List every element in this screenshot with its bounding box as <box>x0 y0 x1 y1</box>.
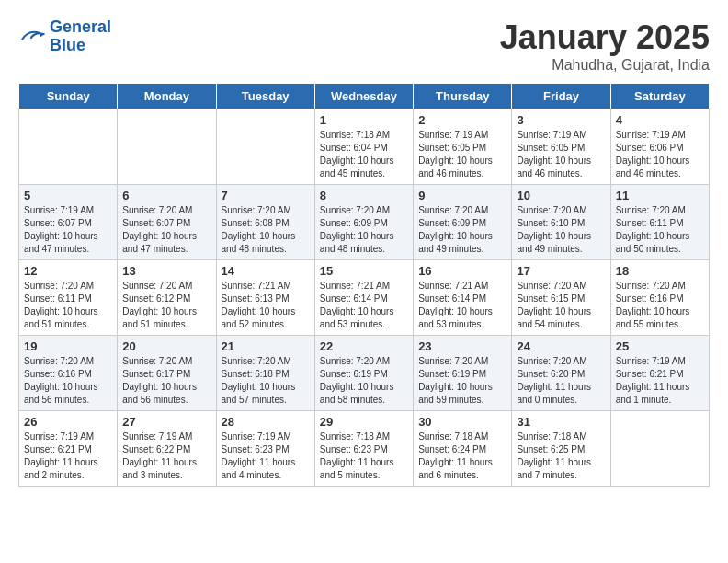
day-info: Sunrise: 7:21 AM Sunset: 6:14 PM Dayligh… <box>320 280 408 331</box>
day-number: 14 <box>222 264 310 278</box>
day-number: 6 <box>122 189 210 202</box>
day-info: Sunrise: 7:19 AM Sunset: 6:05 PM Dayligh… <box>418 129 506 180</box>
logo-text: General Blue <box>50 18 111 55</box>
day-number: 16 <box>418 264 506 278</box>
day-info: Sunrise: 7:20 AM Sunset: 6:20 PM Dayligh… <box>517 355 605 407</box>
col-monday: Monday <box>118 84 216 109</box>
day-number: 3 <box>517 113 605 127</box>
day-cell: 27Sunrise: 7:19 AM Sunset: 6:22 PM Dayli… <box>118 411 216 487</box>
day-info: Sunrise: 7:20 AM Sunset: 6:15 PM Dayligh… <box>517 280 605 331</box>
day-info: Sunrise: 7:19 AM Sunset: 6:22 PM Dayligh… <box>122 431 210 482</box>
day-info: Sunrise: 7:19 AM Sunset: 6:05 PM Dayligh… <box>517 129 605 180</box>
day-info: Sunrise: 7:19 AM Sunset: 6:23 PM Dayligh… <box>222 431 310 482</box>
day-info: Sunrise: 7:20 AM Sunset: 6:17 PM Dayligh… <box>122 355 210 407</box>
day-number: 26 <box>24 415 112 429</box>
day-info: Sunrise: 7:19 AM Sunset: 6:07 PM Dayligh… <box>24 204 112 256</box>
day-cell: 20Sunrise: 7:20 AM Sunset: 6:17 PM Dayli… <box>118 336 216 411</box>
day-number: 31 <box>517 415 605 429</box>
day-number: 13 <box>122 264 210 278</box>
day-cell <box>610 411 709 487</box>
day-cell: 31Sunrise: 7:18 AM Sunset: 6:25 PM Dayli… <box>512 411 610 487</box>
day-number: 7 <box>222 189 310 202</box>
day-info: Sunrise: 7:21 AM Sunset: 6:13 PM Dayligh… <box>222 280 310 331</box>
day-number: 19 <box>24 339 112 353</box>
day-info: Sunrise: 7:19 AM Sunset: 6:06 PM Dayligh… <box>616 129 704 180</box>
day-number: 1 <box>320 113 408 127</box>
day-info: Sunrise: 7:20 AM Sunset: 6:18 PM Dayligh… <box>222 355 310 407</box>
day-cell: 1Sunrise: 7:18 AM Sunset: 6:04 PM Daylig… <box>314 109 413 185</box>
day-number: 21 <box>222 339 310 353</box>
day-info: Sunrise: 7:20 AM Sunset: 6:09 PM Dayligh… <box>418 204 506 256</box>
day-info: Sunrise: 7:18 AM Sunset: 6:24 PM Dayligh… <box>418 431 506 482</box>
day-cell: 28Sunrise: 7:19 AM Sunset: 6:23 PM Dayli… <box>216 411 314 487</box>
day-number: 15 <box>320 264 408 278</box>
day-info: Sunrise: 7:20 AM Sunset: 6:19 PM Dayligh… <box>320 355 408 407</box>
day-number: 27 <box>122 415 210 429</box>
day-info: Sunrise: 7:20 AM Sunset: 6:12 PM Dayligh… <box>122 280 210 331</box>
day-cell: 5Sunrise: 7:19 AM Sunset: 6:07 PM Daylig… <box>19 185 118 260</box>
col-wednesday: Wednesday <box>314 84 413 109</box>
day-cell: 18Sunrise: 7:20 AM Sunset: 6:16 PM Dayli… <box>610 260 709 336</box>
week-row-5: 26Sunrise: 7:19 AM Sunset: 6:21 PM Dayli… <box>19 411 710 487</box>
day-number: 20 <box>122 339 210 353</box>
col-friday: Friday <box>512 84 610 109</box>
col-thursday: Thursday <box>414 84 512 109</box>
calendar-subtitle: Mahudha, Gujarat, India <box>500 57 710 74</box>
day-cell: 7Sunrise: 7:20 AM Sunset: 6:08 PM Daylig… <box>216 185 314 260</box>
day-number: 17 <box>517 264 605 278</box>
day-number: 29 <box>320 415 408 429</box>
day-number: 2 <box>418 113 506 127</box>
day-info: Sunrise: 7:20 AM Sunset: 6:10 PM Dayligh… <box>517 204 605 256</box>
calendar-title: January 2025 <box>500 18 710 57</box>
day-info: Sunrise: 7:20 AM Sunset: 6:16 PM Dayligh… <box>616 280 704 331</box>
day-number: 9 <box>418 189 506 202</box>
header-row: Sunday Monday Tuesday Wednesday Thursday… <box>19 84 710 109</box>
day-cell: 6Sunrise: 7:20 AM Sunset: 6:07 PM Daylig… <box>118 185 216 260</box>
week-row-2: 5Sunrise: 7:19 AM Sunset: 6:07 PM Daylig… <box>19 185 710 260</box>
day-cell: 8Sunrise: 7:20 AM Sunset: 6:09 PM Daylig… <box>314 185 413 260</box>
day-info: Sunrise: 7:20 AM Sunset: 6:08 PM Dayligh… <box>222 204 310 256</box>
page-header: General Blue January 2025 Mahudha, Gujar… <box>18 18 710 74</box>
day-number: 5 <box>24 189 112 202</box>
calendar-table: Sunday Monday Tuesday Wednesday Thursday… <box>18 83 710 487</box>
day-info: Sunrise: 7:19 AM Sunset: 6:21 PM Dayligh… <box>616 355 704 407</box>
week-row-4: 19Sunrise: 7:20 AM Sunset: 6:16 PM Dayli… <box>19 336 710 411</box>
day-info: Sunrise: 7:21 AM Sunset: 6:14 PM Dayligh… <box>418 280 506 331</box>
day-info: Sunrise: 7:20 AM Sunset: 6:09 PM Dayligh… <box>320 204 408 256</box>
logo-icon <box>18 25 46 48</box>
day-info: Sunrise: 7:20 AM Sunset: 6:11 PM Dayligh… <box>24 280 112 331</box>
day-cell: 13Sunrise: 7:20 AM Sunset: 6:12 PM Dayli… <box>118 260 216 336</box>
week-row-1: 1Sunrise: 7:18 AM Sunset: 6:04 PM Daylig… <box>19 109 710 185</box>
day-info: Sunrise: 7:18 AM Sunset: 6:04 PM Dayligh… <box>320 129 408 180</box>
day-cell <box>216 109 314 185</box>
day-info: Sunrise: 7:20 AM Sunset: 6:07 PM Dayligh… <box>122 204 210 256</box>
day-cell: 21Sunrise: 7:20 AM Sunset: 6:18 PM Dayli… <box>216 336 314 411</box>
day-info: Sunrise: 7:18 AM Sunset: 6:25 PM Dayligh… <box>517 431 605 482</box>
day-number: 4 <box>616 113 704 127</box>
day-info: Sunrise: 7:20 AM Sunset: 6:19 PM Dayligh… <box>418 355 506 407</box>
day-info: Sunrise: 7:20 AM Sunset: 6:16 PM Dayligh… <box>24 355 112 407</box>
day-cell: 2Sunrise: 7:19 AM Sunset: 6:05 PM Daylig… <box>414 109 512 185</box>
day-cell: 22Sunrise: 7:20 AM Sunset: 6:19 PM Dayli… <box>314 336 413 411</box>
day-number: 8 <box>320 189 408 202</box>
day-cell: 23Sunrise: 7:20 AM Sunset: 6:19 PM Dayli… <box>414 336 512 411</box>
day-cell: 14Sunrise: 7:21 AM Sunset: 6:13 PM Dayli… <box>216 260 314 336</box>
day-info: Sunrise: 7:19 AM Sunset: 6:21 PM Dayligh… <box>24 431 112 482</box>
day-cell: 11Sunrise: 7:20 AM Sunset: 6:11 PM Dayli… <box>610 185 709 260</box>
day-number: 10 <box>517 189 605 202</box>
day-cell: 17Sunrise: 7:20 AM Sunset: 6:15 PM Dayli… <box>512 260 610 336</box>
day-cell: 4Sunrise: 7:19 AM Sunset: 6:06 PM Daylig… <box>610 109 709 185</box>
day-number: 28 <box>222 415 310 429</box>
day-cell: 3Sunrise: 7:19 AM Sunset: 6:05 PM Daylig… <box>512 109 610 185</box>
day-number: 22 <box>320 339 408 353</box>
col-saturday: Saturday <box>610 84 709 109</box>
day-cell <box>118 109 216 185</box>
day-number: 30 <box>418 415 506 429</box>
col-sunday: Sunday <box>19 84 118 109</box>
day-cell: 25Sunrise: 7:19 AM Sunset: 6:21 PM Dayli… <box>610 336 709 411</box>
day-cell: 16Sunrise: 7:21 AM Sunset: 6:14 PM Dayli… <box>414 260 512 336</box>
day-number: 11 <box>616 189 704 202</box>
day-cell: 19Sunrise: 7:20 AM Sunset: 6:16 PM Dayli… <box>19 336 118 411</box>
col-tuesday: Tuesday <box>216 84 314 109</box>
day-cell: 10Sunrise: 7:20 AM Sunset: 6:10 PM Dayli… <box>512 185 610 260</box>
